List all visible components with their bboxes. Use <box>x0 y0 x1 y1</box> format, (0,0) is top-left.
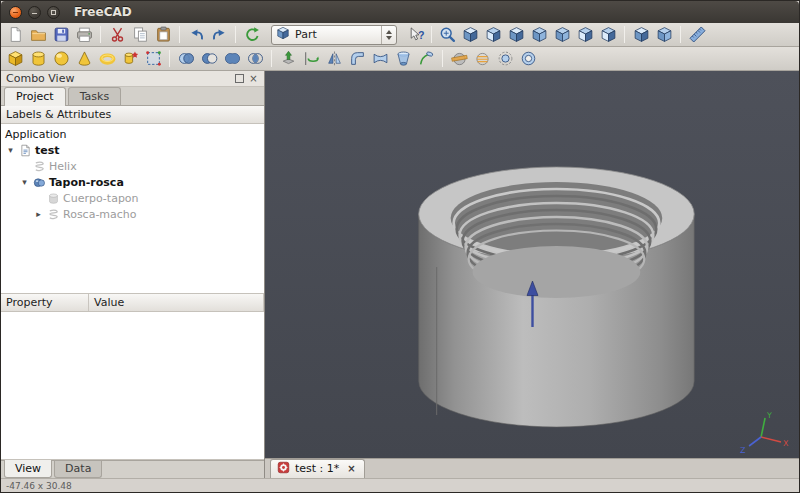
copy-button[interactable] <box>129 24 151 46</box>
tab-data[interactable]: Data <box>54 461 102 478</box>
print-button[interactable] <box>73 24 95 46</box>
dock-close-icon[interactable]: × <box>248 73 259 84</box>
redo-button[interactable] <box>208 24 230 46</box>
tree-panel[interactable]: Application ▾testHelix▾Tapon-roscaCuerpo… <box>1 124 264 294</box>
boolean-intersection-button[interactable] <box>244 48 266 70</box>
expander-open-icon[interactable]: ▾ <box>5 145 16 155</box>
tab-close-icon[interactable]: × <box>347 463 355 474</box>
tree-item-label: Helix <box>49 160 77 173</box>
mdi-tab-bar: test : 1* × <box>265 458 799 478</box>
status-bar: -47.46 x 30.48 <box>1 478 799 492</box>
coil-icon <box>33 160 46 173</box>
undo-button[interactable] <box>185 24 207 46</box>
workbench-dropdown-arrows[interactable] <box>381 26 394 44</box>
refresh-button[interactable] <box>241 24 263 46</box>
value-column-header[interactable]: Value <box>89 294 264 311</box>
mirror-button[interactable] <box>323 48 345 70</box>
expander-open-icon[interactable]: ▾ <box>19 177 30 187</box>
view-left-button[interactable] <box>597 24 619 46</box>
tree-item-label: Rosca-macho <box>63 208 137 221</box>
freecad-window: FreeCAD Part ? Combo View × Project Task… <box>0 0 800 493</box>
toolbar-help-group: ? <box>405 24 427 46</box>
toolbar-standard: Part ? <box>1 23 799 47</box>
extrude-button[interactable] <box>277 48 299 70</box>
thickness-button[interactable] <box>517 48 539 70</box>
window-minimize-button[interactable] <box>28 6 41 19</box>
tree-item-test[interactable]: ▾test <box>1 142 264 158</box>
revolve-button[interactable] <box>300 48 322 70</box>
view-axonometric-button[interactable] <box>459 24 481 46</box>
combo-bottom-tabs: View Data <box>1 460 264 478</box>
shape-builder-button[interactable] <box>142 48 164 70</box>
tree-item-helix[interactable]: Helix <box>1 158 264 174</box>
workbench-selector[interactable]: Part <box>271 25 397 45</box>
part-3d-object[interactable] <box>419 167 694 427</box>
cross-sections-button[interactable] <box>471 48 493 70</box>
boolean-cut-button[interactable] <box>198 48 220 70</box>
tree-item-tapon-rosca[interactable]: ▾Tapon-rosca <box>1 174 264 190</box>
toolbar-separator <box>431 26 432 43</box>
offset-button[interactable] <box>494 48 516 70</box>
combo-view-title: Combo View <box>6 72 231 85</box>
tree-item-rosca-macho[interactable]: ▸Rosca-macho <box>1 206 264 222</box>
box-button[interactable] <box>4 48 26 70</box>
view-right-button[interactable] <box>528 24 550 46</box>
toolbar-separator <box>179 26 180 43</box>
tree-item-cuerpo-tapon[interactable]: Cuerpo-tapon <box>1 190 264 206</box>
tab-project[interactable]: Project <box>4 87 66 106</box>
view-isometric-button[interactable] <box>630 24 652 46</box>
combo-view-header: Combo View × <box>1 71 264 87</box>
sphere-button[interactable] <box>50 48 72 70</box>
tree-item-label: test <box>35 144 60 157</box>
axis-x-line <box>761 437 781 442</box>
axis-y-label: Y <box>766 411 772 420</box>
section-button[interactable] <box>448 48 470 70</box>
view-bottom-button[interactable] <box>574 24 596 46</box>
save-button[interactable] <box>50 24 72 46</box>
tree-root-application[interactable]: Application <box>1 126 264 142</box>
cylinder-button[interactable] <box>27 48 49 70</box>
cut-button[interactable] <box>106 24 128 46</box>
view-rear-button[interactable] <box>551 24 573 46</box>
view-front-button[interactable] <box>482 24 504 46</box>
workbench-selected-label: Part <box>295 28 376 41</box>
fit-all-button[interactable] <box>436 24 458 46</box>
doc-icon <box>19 144 32 157</box>
paste-button[interactable] <box>152 24 174 46</box>
tab-tasks[interactable]: Tasks <box>68 87 121 105</box>
3d-scene[interactable]: Y X Z <box>265 71 799 458</box>
sweep-button[interactable] <box>415 48 437 70</box>
titlebar[interactable]: FreeCAD <box>1 1 799 23</box>
expander-closed-icon[interactable]: ▸ <box>33 209 44 219</box>
window-maximize-button[interactable] <box>47 6 60 19</box>
new-document-button[interactable] <box>4 24 26 46</box>
property-table-body[interactable] <box>1 312 264 460</box>
view-dimetric-button[interactable] <box>653 24 675 46</box>
property-column-header[interactable]: Property <box>1 294 89 311</box>
combo-view-panel: Combo View × Project Tasks Labels & Attr… <box>1 71 265 478</box>
document-tab[interactable]: test : 1* × <box>270 459 365 478</box>
cylG-icon <box>47 192 60 205</box>
3d-viewport[interactable]: Y X Z <box>265 71 799 458</box>
dock-float-icon[interactable] <box>235 74 244 83</box>
measure-distance-button[interactable] <box>686 24 708 46</box>
main-area: Combo View × Project Tasks Labels & Attr… <box>1 71 799 478</box>
boolean-union-button[interactable] <box>221 48 243 70</box>
cone-button[interactable] <box>73 48 95 70</box>
whats-this-button[interactable]: ? <box>405 24 427 46</box>
fillet-button[interactable] <box>346 48 368 70</box>
window-close-button[interactable] <box>9 6 22 19</box>
toolbar-part <box>1 47 799 71</box>
create-primitives-button[interactable] <box>119 48 141 70</box>
axis-y-line <box>761 418 765 437</box>
view-top-button[interactable] <box>505 24 527 46</box>
ruled-surface-button[interactable] <box>369 48 391 70</box>
loft-button[interactable] <box>392 48 414 70</box>
torus-button[interactable] <box>96 48 118 70</box>
toolbar-separator <box>235 26 236 43</box>
toolbar-separator <box>271 50 272 67</box>
window-buttons <box>9 6 60 19</box>
open-button[interactable] <box>27 24 49 46</box>
tab-view[interactable]: View <box>4 460 52 478</box>
boolean-button[interactable] <box>175 48 197 70</box>
